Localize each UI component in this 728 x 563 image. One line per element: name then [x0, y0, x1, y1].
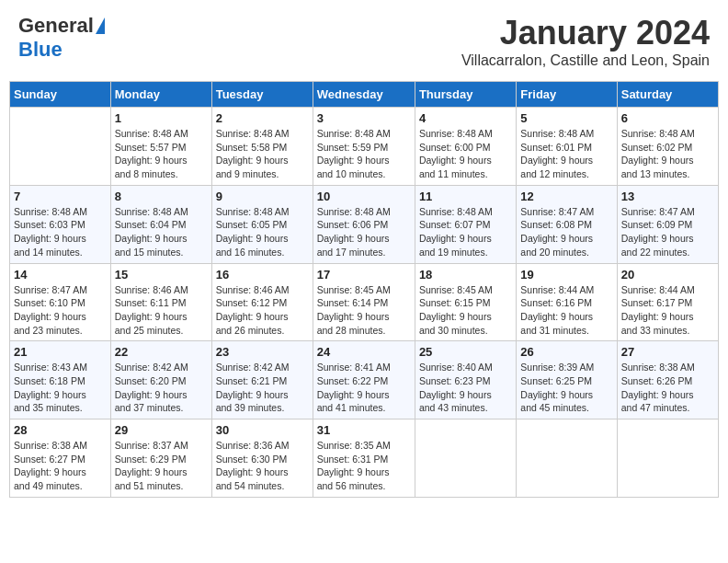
day-number: 19 — [520, 268, 612, 282]
day-info: Sunrise: 8:38 AM Sunset: 6:27 PM Dayligh… — [14, 439, 107, 493]
logo-icon — [96, 17, 105, 34]
day-info: Sunrise: 8:46 AM Sunset: 6:12 PM Dayligh… — [216, 283, 309, 338]
calendar-cell: 29Sunrise: 8:37 AM Sunset: 6:29 PM Dayli… — [110, 419, 211, 498]
day-number: 22 — [115, 345, 208, 359]
day-number: 21 — [14, 345, 107, 359]
calendar-header-row: SundayMondayTuesdayWednesdayThursdayFrid… — [10, 82, 719, 108]
day-number: 13 — [621, 190, 714, 203]
day-number: 6 — [621, 111, 714, 125]
day-info: Sunrise: 8:48 AM Sunset: 6:03 PM Dayligh… — [14, 205, 107, 259]
day-info: Sunrise: 8:48 AM Sunset: 5:58 PM Dayligh… — [216, 127, 309, 181]
logo-general: General — [18, 14, 94, 38]
calendar-cell: 14Sunrise: 8:47 AM Sunset: 6:10 PM Dayli… — [10, 263, 111, 341]
day-number: 2 — [216, 111, 309, 125]
calendar-cell — [10, 108, 111, 186]
calendar-cell: 6Sunrise: 8:48 AM Sunset: 6:02 PM Daylig… — [617, 108, 718, 186]
title-block: January 2024 Villacarralon, Castille and… — [461, 14, 710, 69]
day-info: Sunrise: 8:41 AM Sunset: 6:22 PM Dayligh… — [317, 361, 411, 415]
day-number: 27 — [621, 345, 714, 359]
calendar-cell — [617, 419, 718, 498]
calendar-cell: 24Sunrise: 8:41 AM Sunset: 6:22 PM Dayli… — [313, 341, 415, 419]
calendar-week-row: 28Sunrise: 8:38 AM Sunset: 6:27 PM Dayli… — [10, 419, 719, 498]
calendar-cell: 4Sunrise: 8:48 AM Sunset: 6:00 PM Daylig… — [415, 108, 516, 186]
calendar-cell: 28Sunrise: 8:38 AM Sunset: 6:27 PM Dayli… — [10, 419, 111, 498]
calendar-cell: 2Sunrise: 8:48 AM Sunset: 5:58 PM Daylig… — [211, 108, 313, 186]
day-number: 26 — [520, 345, 612, 359]
day-number: 29 — [115, 423, 208, 437]
calendar-cell: 15Sunrise: 8:46 AM Sunset: 6:11 PM Dayli… — [110, 263, 211, 341]
calendar-cell: 13Sunrise: 8:47 AM Sunset: 6:09 PM Dayli… — [617, 185, 718, 263]
calendar-cell: 31Sunrise: 8:35 AM Sunset: 6:31 PM Dayli… — [313, 419, 415, 498]
day-info: Sunrise: 8:46 AM Sunset: 6:11 PM Dayligh… — [115, 283, 208, 338]
day-number: 12 — [520, 190, 612, 203]
day-number: 10 — [317, 190, 411, 203]
calendar-cell: 22Sunrise: 8:42 AM Sunset: 6:20 PM Dayli… — [110, 341, 211, 419]
day-number: 7 — [14, 190, 107, 203]
day-number: 24 — [317, 345, 411, 359]
day-number: 16 — [216, 268, 309, 282]
day-info: Sunrise: 8:40 AM Sunset: 6:23 PM Dayligh… — [419, 361, 512, 415]
day-info: Sunrise: 8:48 AM Sunset: 6:01 PM Dayligh… — [520, 127, 612, 181]
day-info: Sunrise: 8:35 AM Sunset: 6:31 PM Dayligh… — [317, 439, 411, 493]
column-header-tuesday: Tuesday — [211, 82, 313, 108]
calendar-cell: 30Sunrise: 8:36 AM Sunset: 6:30 PM Dayli… — [211, 419, 313, 498]
day-number: 28 — [14, 423, 107, 437]
day-info: Sunrise: 8:48 AM Sunset: 6:04 PM Dayligh… — [115, 205, 208, 259]
calendar-cell — [517, 419, 617, 498]
column-header-thursday: Thursday — [415, 82, 516, 108]
calendar-week-row: 7Sunrise: 8:48 AM Sunset: 6:03 PM Daylig… — [10, 185, 719, 263]
calendar-cell: 23Sunrise: 8:42 AM Sunset: 6:21 PM Dayli… — [211, 341, 313, 419]
calendar-cell: 17Sunrise: 8:45 AM Sunset: 6:14 PM Dayli… — [313, 263, 415, 341]
location-subtitle: Villacarralon, Castille and Leon, Spain — [461, 52, 710, 69]
day-info: Sunrise: 8:44 AM Sunset: 6:17 PM Dayligh… — [621, 283, 714, 338]
day-info: Sunrise: 8:48 AM Sunset: 5:59 PM Dayligh… — [317, 127, 411, 181]
column-header-sunday: Sunday — [10, 82, 111, 108]
day-number: 8 — [115, 190, 208, 203]
day-number: 15 — [115, 268, 208, 282]
day-number: 9 — [216, 190, 309, 203]
calendar-cell: 27Sunrise: 8:38 AM Sunset: 6:26 PM Dayli… — [617, 341, 718, 419]
day-number: 14 — [14, 268, 107, 282]
logo: General Blue — [18, 14, 105, 62]
month-year-title: January 2024 — [461, 14, 710, 52]
day-info: Sunrise: 8:44 AM Sunset: 6:16 PM Dayligh… — [520, 283, 612, 338]
logo-blue: Blue — [18, 38, 63, 62]
day-number: 11 — [419, 190, 512, 203]
calendar-table: SundayMondayTuesdayWednesdayThursdayFrid… — [9, 81, 719, 498]
day-info: Sunrise: 8:48 AM Sunset: 6:07 PM Dayligh… — [419, 205, 512, 259]
day-info: Sunrise: 8:42 AM Sunset: 6:20 PM Dayligh… — [115, 361, 208, 415]
day-number: 1 — [115, 111, 208, 125]
column-header-friday: Friday — [517, 82, 617, 108]
day-number: 31 — [317, 423, 411, 437]
day-info: Sunrise: 8:47 AM Sunset: 6:09 PM Dayligh… — [621, 205, 714, 259]
day-number: 20 — [621, 268, 714, 282]
calendar-cell: 20Sunrise: 8:44 AM Sunset: 6:17 PM Dayli… — [617, 263, 718, 341]
day-info: Sunrise: 8:39 AM Sunset: 6:25 PM Dayligh… — [520, 361, 612, 415]
calendar-cell: 18Sunrise: 8:45 AM Sunset: 6:15 PM Dayli… — [415, 263, 516, 341]
column-header-wednesday: Wednesday — [313, 82, 415, 108]
day-info: Sunrise: 8:38 AM Sunset: 6:26 PM Dayligh… — [621, 361, 714, 415]
calendar-cell: 7Sunrise: 8:48 AM Sunset: 6:03 PM Daylig… — [10, 185, 111, 263]
calendar-cell: 10Sunrise: 8:48 AM Sunset: 6:06 PM Dayli… — [313, 185, 415, 263]
day-number: 17 — [317, 268, 411, 282]
day-info: Sunrise: 8:48 AM Sunset: 6:06 PM Dayligh… — [317, 205, 411, 259]
calendar-cell: 11Sunrise: 8:48 AM Sunset: 6:07 PM Dayli… — [415, 185, 516, 263]
day-info: Sunrise: 8:37 AM Sunset: 6:29 PM Dayligh… — [115, 439, 208, 493]
day-info: Sunrise: 8:47 AM Sunset: 6:10 PM Dayligh… — [14, 283, 107, 338]
calendar-cell: 8Sunrise: 8:48 AM Sunset: 6:04 PM Daylig… — [110, 185, 211, 263]
day-number: 25 — [419, 345, 512, 359]
calendar-week-row: 21Sunrise: 8:43 AM Sunset: 6:18 PM Dayli… — [10, 341, 719, 419]
calendar-week-row: 14Sunrise: 8:47 AM Sunset: 6:10 PM Dayli… — [10, 263, 719, 341]
day-info: Sunrise: 8:47 AM Sunset: 6:08 PM Dayligh… — [520, 205, 612, 259]
day-info: Sunrise: 8:43 AM Sunset: 6:18 PM Dayligh… — [14, 361, 107, 415]
calendar-cell: 9Sunrise: 8:48 AM Sunset: 6:05 PM Daylig… — [211, 185, 313, 263]
day-info: Sunrise: 8:48 AM Sunset: 6:05 PM Dayligh… — [216, 205, 309, 259]
day-info: Sunrise: 8:48 AM Sunset: 5:57 PM Dayligh… — [115, 127, 208, 181]
column-header-monday: Monday — [110, 82, 211, 108]
calendar-cell: 19Sunrise: 8:44 AM Sunset: 6:16 PM Dayli… — [517, 263, 617, 341]
calendar-week-row: 1Sunrise: 8:48 AM Sunset: 5:57 PM Daylig… — [10, 108, 719, 186]
calendar-cell: 16Sunrise: 8:46 AM Sunset: 6:12 PM Dayli… — [211, 263, 313, 341]
calendar-cell: 1Sunrise: 8:48 AM Sunset: 5:57 PM Daylig… — [110, 108, 211, 186]
calendar-cell: 5Sunrise: 8:48 AM Sunset: 6:01 PM Daylig… — [517, 108, 617, 186]
calendar-cell: 26Sunrise: 8:39 AM Sunset: 6:25 PM Dayli… — [517, 341, 617, 419]
